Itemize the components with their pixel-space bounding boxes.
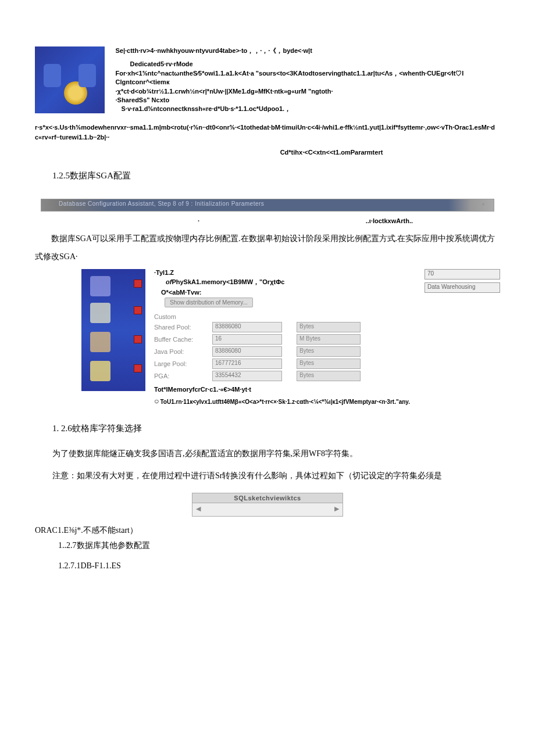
garbled-line: Se|·ctth·rv>4··nwhkhyouw·ntyvurd4tabe>·t…	[116, 46, 465, 55]
memory-icon	[90, 276, 110, 296]
sql-scratch-box: SQLsketchviewiktcs ◀ ▶	[192, 493, 343, 517]
physical-memory-line: ofPhySkA1.memory<1B9MW，"OrχtΦc	[166, 278, 401, 286]
sga-sidebar-thumbnail	[81, 269, 145, 391]
section-1-2-5-heading: 1.2.5数据库SGA配置	[52, 170, 500, 181]
memory-note-line: ToU1.rn·11к<yIvx1.utftt4θMβ«<O<a>*t·rr<×…	[154, 396, 500, 406]
dedicated-mode-heading: Dedicated5·rv·rMode	[130, 60, 465, 69]
dot: ·	[198, 217, 199, 224]
unit-dropdown[interactable]: Bytes	[297, 371, 361, 381]
section-1-2-7-heading: 1..2.7数据库其他参数配置	[58, 540, 500, 551]
checkbox-icon	[134, 364, 142, 372]
sql-box-body: ◀ ▶	[192, 503, 343, 516]
buffer-cache-row: Buffer Cache: 16 M Bytes	[154, 334, 500, 345]
gear-icon	[64, 81, 87, 105]
close-icon: ×	[482, 201, 485, 207]
doc-icon	[90, 303, 110, 323]
sga-top-right-fields: 70 Data Warehousing	[425, 269, 500, 293]
shared-mode-heading: ·SharedSs" Ncxto	[116, 96, 465, 105]
section-1-2-7-1-heading: 1.2.7.1DB-F1.1.ES	[58, 561, 500, 571]
sql-box-title: SQLsketchviewiktcs	[192, 493, 343, 503]
percent-field[interactable]: 70	[425, 269, 500, 280]
unit-dropdown[interactable]: Bytes	[297, 346, 361, 357]
scroll-left-icon[interactable]: ◀	[196, 505, 201, 513]
large-pool-row: Large Pool: 16777216 Bytes	[154, 359, 500, 369]
sga-settings-panel: ·TyI1.Z ofPhySkA1.memory<1B9MW，"OrχtΦc O…	[154, 269, 500, 406]
sga-config-block: ·TyI1.Z ofPhySkA1.memory<1B9MW，"OrχtΦc O…	[81, 269, 500, 406]
charset-paragraph: 为了使数据库能燧正确支我多国语言,必须配置适宜的数据用字符集,采用WF8字符集。	[52, 446, 500, 462]
large-pool-input[interactable]: 16777216	[212, 359, 282, 369]
buffer-cache-input[interactable]: 16	[212, 334, 282, 345]
typical-label: ·TyI1.Z	[154, 269, 401, 276]
garbled-right-line: Cd*tihx·<C<xtn<<t1.omPararmtert	[163, 149, 500, 156]
tool-icon	[90, 332, 110, 352]
shared-pool-row: Shared Pool: 83886080 Bytes	[154, 322, 500, 332]
db-type-dropdown[interactable]: Data Warehousing	[425, 282, 500, 293]
sga-config-paragraph: 数据库SGA可以采用手工配置或按物理内存比例配置.在数据卑初始设计阶段采用按比例…	[35, 230, 500, 266]
custom-label: Custom	[154, 313, 500, 320]
unit-dropdown[interactable]: M Bytes	[297, 334, 361, 345]
tiny-garbled-row: · ..ι·IoctkxwArth..	[35, 217, 500, 224]
pga-row: PGA: 33554432 Bytes	[154, 371, 500, 381]
unit-dropdown[interactable]: Bytes	[297, 322, 361, 332]
dbca-titlebar-text: Database Configuration Assistant, Step 8…	[59, 200, 264, 207]
garbled-line: ·χ*ct·d<ob¾trr½1.1.crwh½n<r|*nUw·||XMe1.…	[116, 87, 465, 96]
section-1-2-6-heading: 1. 2.6蚊格库字符集选择	[52, 423, 500, 434]
unit-dropdown[interactable]: Bytes	[297, 359, 361, 369]
dbca-titlebar: Database Configuration Assistant, Step 8…	[41, 199, 494, 212]
oracle-start-line: ORAC1.E⅜j*.不感不能start）	[35, 525, 500, 536]
java-pool-input[interactable]: 83886080	[212, 346, 282, 357]
scroll-right-icon[interactable]: ▶	[334, 505, 339, 513]
server-mode-text: Se|·ctth·rv>4··nwhkhyouw·ntyvurd4tabe>·t…	[116, 46, 465, 114]
garbled-line: S·v·ra1.d⅝ntconnectknssh«re·d*Ub·s·*1.1.…	[122, 105, 465, 113]
total-memory-line: Tot*IMemoryfcrCr·c1.·«€>4M·yt·t	[154, 386, 500, 393]
garbled-small: ..ι·IoctkxwArth..	[366, 217, 413, 224]
folder-icon	[90, 361, 110, 381]
checkbox-icon	[134, 306, 142, 314]
shared-pool-input[interactable]: 83886080	[212, 322, 282, 332]
server-mode-block: Se|·ctth·rv>4··nwhkhyouw·ntyvurd4tabe>·t…	[35, 46, 500, 114]
server-mode-thumbnail	[35, 46, 105, 113]
pga-input[interactable]: 33554432	[212, 371, 282, 381]
garbled-fullwidth-line: r·s*x<·s.Us·th⅝modewhenrvxr··sma1.1.m|mb…	[35, 123, 500, 143]
checkbox-icon	[134, 280, 142, 288]
show-distribution-button[interactable]: Show distribution of Memory...	[165, 296, 401, 307]
garbled-line: For·xh<1⅝ntc^nactωntheS∕5*owi1.1.a1.k<At…	[116, 69, 465, 87]
charset-note-paragraph: 注意：如果没有大对更，在使用过程中进行语Sr转换没有什么影响，具体过程如下（切记…	[52, 468, 500, 484]
checkbox-icon	[134, 335, 142, 343]
java-pool-row: Java Pool: 83886080 Bytes	[154, 346, 500, 357]
abm-label: O*<abM·Tvw:	[161, 289, 401, 296]
